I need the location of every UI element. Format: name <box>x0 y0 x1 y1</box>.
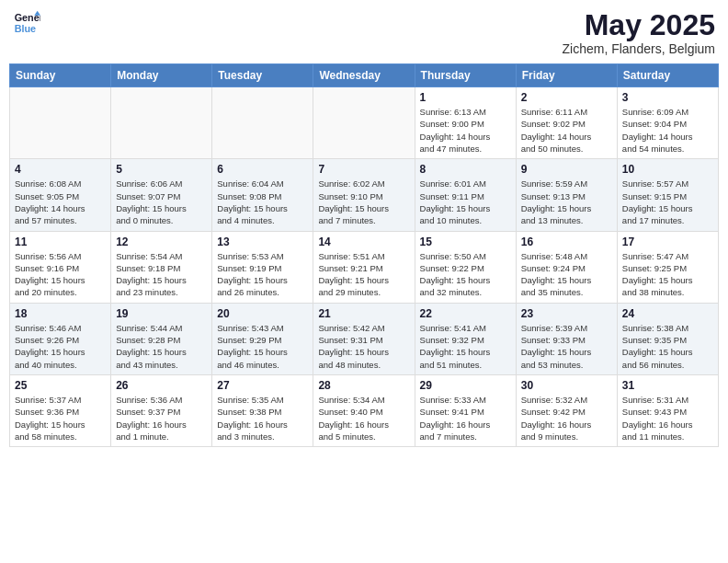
day-info: Sunrise: 5:53 AM Sunset: 9:19 PM Dayligh… <box>217 250 308 299</box>
day-number: 1 <box>420 91 511 104</box>
day-info: Sunrise: 6:01 AM Sunset: 9:11 PM Dayligh… <box>420 178 511 226</box>
calendar-cell: 24Sunrise: 5:38 AM Sunset: 9:35 PM Dayli… <box>617 303 718 374</box>
day-info: Sunrise: 6:04 AM Sunset: 9:08 PM Dayligh… <box>217 178 308 226</box>
day-info: Sunrise: 5:48 AM Sunset: 9:24 PM Dayligh… <box>521 250 612 299</box>
day-number: 30 <box>521 379 612 392</box>
day-number: 7 <box>318 163 409 176</box>
svg-text:Blue: Blue <box>15 23 36 34</box>
calendar-cell: 22Sunrise: 5:41 AM Sunset: 9:32 PM Dayli… <box>415 303 516 374</box>
calendar-cell: 31Sunrise: 5:31 AM Sunset: 9:43 PM Dayli… <box>617 374 718 446</box>
calendar-cell: 11Sunrise: 5:56 AM Sunset: 9:16 PM Dayli… <box>10 231 111 303</box>
day-info: Sunrise: 5:46 AM Sunset: 9:26 PM Dayligh… <box>15 322 106 371</box>
day-info: Sunrise: 5:59 AM Sunset: 9:13 PM Dayligh… <box>521 178 612 226</box>
day-info: Sunrise: 5:41 AM Sunset: 9:32 PM Dayligh… <box>420 322 511 371</box>
day-info: Sunrise: 5:57 AM Sunset: 9:15 PM Dayligh… <box>622 178 713 226</box>
day-number: 14 <box>318 236 409 248</box>
calendar-cell: 29Sunrise: 5:33 AM Sunset: 9:41 PM Dayli… <box>415 374 516 446</box>
column-header-wednesday: Wednesday <box>313 64 415 87</box>
day-info: Sunrise: 6:13 AM Sunset: 9:00 PM Dayligh… <box>420 106 511 155</box>
day-info: Sunrise: 5:35 AM Sunset: 9:38 PM Dayligh… <box>217 394 308 442</box>
day-info: Sunrise: 5:34 AM Sunset: 9:40 PM Dayligh… <box>318 394 409 442</box>
column-header-friday: Friday <box>516 64 617 87</box>
calendar-cell: 16Sunrise: 5:48 AM Sunset: 9:24 PM Dayli… <box>516 231 617 303</box>
day-number: 2 <box>521 91 612 104</box>
day-number: 8 <box>420 163 511 176</box>
day-number: 28 <box>318 379 409 392</box>
day-number: 18 <box>15 307 106 320</box>
page-header: General Blue May 2025 Zichem, Flanders, … <box>9 9 719 56</box>
day-info: Sunrise: 5:54 AM Sunset: 9:18 PM Dayligh… <box>116 250 207 299</box>
calendar-cell: 19Sunrise: 5:44 AM Sunset: 9:28 PM Dayli… <box>111 303 212 374</box>
day-info: Sunrise: 5:32 AM Sunset: 9:42 PM Dayligh… <box>521 394 612 442</box>
calendar-cell: 17Sunrise: 5:47 AM Sunset: 9:25 PM Dayli… <box>617 231 718 303</box>
day-number: 6 <box>217 163 308 176</box>
day-info: Sunrise: 5:56 AM Sunset: 9:16 PM Dayligh… <box>15 250 106 299</box>
calendar-cell: 23Sunrise: 5:39 AM Sunset: 9:33 PM Dayli… <box>516 303 617 374</box>
calendar-cell: 2Sunrise: 6:11 AM Sunset: 9:02 PM Daylig… <box>516 87 617 159</box>
logo-icon: General Blue <box>13 9 40 37</box>
day-info: Sunrise: 6:06 AM Sunset: 9:07 PM Dayligh… <box>116 178 207 226</box>
column-header-sunday: Sunday <box>10 64 111 87</box>
day-number: 20 <box>217 307 308 320</box>
calendar-week-row: 18Sunrise: 5:46 AM Sunset: 9:26 PM Dayli… <box>10 303 719 374</box>
title-block: May 2025 Zichem, Flanders, Belgium <box>562 9 715 56</box>
day-info: Sunrise: 5:36 AM Sunset: 9:37 PM Dayligh… <box>116 394 207 442</box>
calendar-table: SundayMondayTuesdayWednesdayThursdayFrid… <box>9 63 719 447</box>
column-header-saturday: Saturday <box>617 64 718 87</box>
day-info: Sunrise: 5:39 AM Sunset: 9:33 PM Dayligh… <box>521 322 612 371</box>
location-subtitle: Zichem, Flanders, Belgium <box>562 41 715 56</box>
day-info: Sunrise: 5:31 AM Sunset: 9:43 PM Dayligh… <box>622 394 713 442</box>
calendar-cell: 4Sunrise: 6:08 AM Sunset: 9:05 PM Daylig… <box>10 159 111 231</box>
day-number: 16 <box>521 236 612 248</box>
day-info: Sunrise: 5:44 AM Sunset: 9:28 PM Dayligh… <box>116 322 207 371</box>
day-number: 13 <box>217 236 308 248</box>
logo: General Blue <box>13 9 40 37</box>
day-number: 27 <box>217 379 308 392</box>
calendar-cell: 13Sunrise: 5:53 AM Sunset: 9:19 PM Dayli… <box>212 231 313 303</box>
day-info: Sunrise: 6:08 AM Sunset: 9:05 PM Dayligh… <box>15 178 106 226</box>
day-number: 15 <box>420 236 511 248</box>
day-info: Sunrise: 6:09 AM Sunset: 9:04 PM Dayligh… <box>622 106 713 155</box>
day-info: Sunrise: 5:43 AM Sunset: 9:29 PM Dayligh… <box>217 322 308 371</box>
day-number: 22 <box>420 307 511 320</box>
calendar-cell: 27Sunrise: 5:35 AM Sunset: 9:38 PM Dayli… <box>212 374 313 446</box>
calendar-cell: 25Sunrise: 5:37 AM Sunset: 9:36 PM Dayli… <box>10 374 111 446</box>
calendar-cell: 21Sunrise: 5:42 AM Sunset: 9:31 PM Dayli… <box>313 303 415 374</box>
day-number: 11 <box>15 236 106 248</box>
day-number: 31 <box>622 379 713 392</box>
calendar-week-row: 4Sunrise: 6:08 AM Sunset: 9:05 PM Daylig… <box>10 159 719 231</box>
column-header-tuesday: Tuesday <box>212 64 313 87</box>
calendar-cell: 5Sunrise: 6:06 AM Sunset: 9:07 PM Daylig… <box>111 159 212 231</box>
day-info: Sunrise: 5:47 AM Sunset: 9:25 PM Dayligh… <box>622 250 713 299</box>
day-info: Sunrise: 5:33 AM Sunset: 9:41 PM Dayligh… <box>420 394 511 442</box>
calendar-cell: 1Sunrise: 6:13 AM Sunset: 9:00 PM Daylig… <box>415 87 516 159</box>
column-header-thursday: Thursday <box>415 64 516 87</box>
day-number: 26 <box>116 379 207 392</box>
calendar-cell: 10Sunrise: 5:57 AM Sunset: 9:15 PM Dayli… <box>617 159 718 231</box>
day-number: 25 <box>15 379 106 392</box>
calendar-cell <box>212 87 313 159</box>
day-number: 5 <box>116 163 207 176</box>
day-info: Sunrise: 5:38 AM Sunset: 9:35 PM Dayligh… <box>622 322 713 371</box>
calendar-cell <box>313 87 415 159</box>
day-info: Sunrise: 5:37 AM Sunset: 9:36 PM Dayligh… <box>15 394 106 442</box>
calendar-cell <box>10 87 111 159</box>
day-info: Sunrise: 5:50 AM Sunset: 9:22 PM Dayligh… <box>420 250 511 299</box>
calendar-week-row: 25Sunrise: 5:37 AM Sunset: 9:36 PM Dayli… <box>10 374 719 446</box>
day-number: 4 <box>15 163 106 176</box>
calendar-cell: 8Sunrise: 6:01 AM Sunset: 9:11 PM Daylig… <box>415 159 516 231</box>
day-info: Sunrise: 6:11 AM Sunset: 9:02 PM Dayligh… <box>521 106 612 155</box>
calendar-week-row: 1Sunrise: 6:13 AM Sunset: 9:00 PM Daylig… <box>10 87 719 159</box>
day-number: 17 <box>622 236 713 248</box>
day-number: 12 <box>116 236 207 248</box>
calendar-cell: 7Sunrise: 6:02 AM Sunset: 9:10 PM Daylig… <box>313 159 415 231</box>
calendar-cell: 28Sunrise: 5:34 AM Sunset: 9:40 PM Dayli… <box>313 374 415 446</box>
day-info: Sunrise: 5:42 AM Sunset: 9:31 PM Dayligh… <box>318 322 409 371</box>
column-header-monday: Monday <box>111 64 212 87</box>
day-number: 23 <box>521 307 612 320</box>
month-title: May 2025 <box>562 9 715 41</box>
calendar-week-row: 11Sunrise: 5:56 AM Sunset: 9:16 PM Dayli… <box>10 231 719 303</box>
calendar-cell <box>111 87 212 159</box>
calendar-cell: 20Sunrise: 5:43 AM Sunset: 9:29 PM Dayli… <box>212 303 313 374</box>
calendar-cell: 15Sunrise: 5:50 AM Sunset: 9:22 PM Dayli… <box>415 231 516 303</box>
